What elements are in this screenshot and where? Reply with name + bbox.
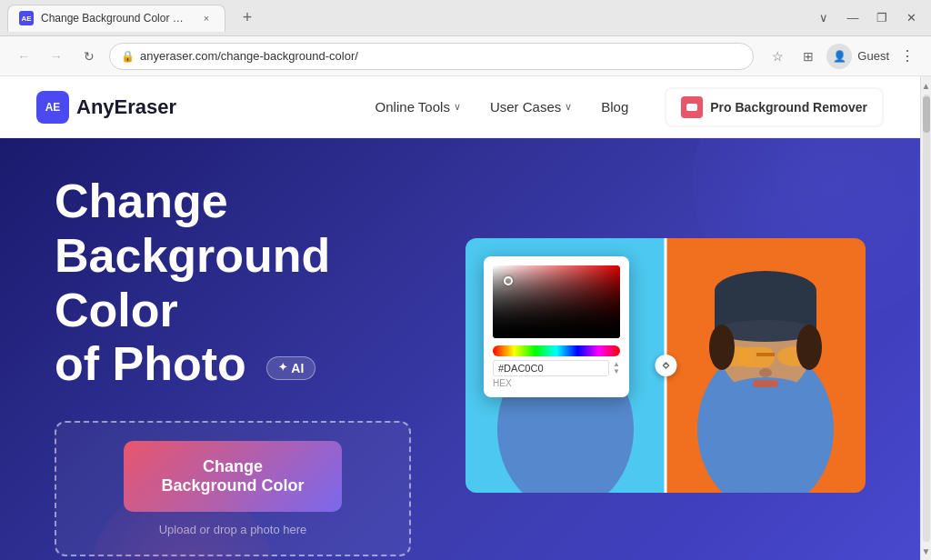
svg-point-34: [759, 368, 772, 377]
color-gradient-picker[interactable]: [493, 265, 620, 338]
pro-button-label: Pro Background Remover: [710, 100, 867, 115]
tab-close-btn[interactable]: ×: [199, 11, 214, 25]
pro-icon-shape: [686, 104, 697, 111]
gradient-hue-layer: [493, 265, 620, 338]
color-picker-panel[interactable]: ▲ ▼ HEX: [484, 256, 629, 397]
nav-user-cases[interactable]: User Cases ∨: [490, 99, 572, 115]
browser-frame: AE Change Background Color Onlin × + ∨ —…: [0, 0, 931, 560]
maximize-button[interactable]: ❐: [869, 5, 895, 31]
upload-btn-line1: Change: [160, 457, 305, 476]
extensions-icon[interactable]: ⊞: [796, 44, 821, 69]
url-bar[interactable]: 🔒 anyeraser.com/change-background-color/: [109, 43, 754, 70]
hero-section: Change Background Color of Photo ✦ AI Ch…: [0, 138, 920, 560]
tab-title: Change Background Color Onlin: [41, 12, 192, 25]
lock-icon: 🔒: [121, 50, 135, 63]
address-actions: ☆ ⊞ 👤 Guest ⋮: [765, 44, 920, 69]
person-svg-right: [666, 238, 866, 493]
hero-title: Change Background Color of Photo ✦ AI: [55, 175, 411, 392]
hex-down-arrow[interactable]: ▼: [613, 368, 620, 375]
logo-text: AnyEraser: [76, 95, 176, 119]
handle-icon: [659, 359, 672, 372]
hex-arrows[interactable]: ▲ ▼: [613, 361, 620, 375]
user-cases-label: User Cases: [490, 99, 561, 115]
hex-input-row: ▲ ▼: [493, 360, 620, 376]
svg-rect-18: [529, 397, 602, 425]
forward-button[interactable]: →: [44, 44, 69, 69]
back-button[interactable]: ←: [11, 44, 36, 69]
ai-badge-icon: ✦: [278, 362, 287, 375]
hex-label: HEX: [493, 378, 620, 388]
page-content: AE AnyEraser Online Tools ∨ User Cases ∨…: [0, 76, 920, 560]
logo-icon: AE: [36, 91, 69, 124]
site-navbar: AE AnyEraser Online Tools ∨ User Cases ∨…: [0, 76, 920, 138]
scroll-thumb[interactable]: [923, 96, 930, 133]
gradient-dark-layer: [493, 265, 620, 338]
svg-point-24: [715, 271, 816, 311]
new-tab-button[interactable]: +: [235, 5, 260, 31]
minimize-button[interactable]: —: [840, 5, 866, 31]
page-scrollbar[interactable]: ▲ ▼: [920, 76, 931, 560]
online-tools-chevron: ∨: [454, 101, 461, 113]
content-area: AE AnyEraser Online Tools ∨ User Cases ∨…: [0, 76, 931, 560]
pro-icon: [681, 96, 703, 118]
profile-area[interactable]: 👤 Guest: [826, 44, 889, 69]
logo-area[interactable]: AE AnyEraser: [36, 91, 176, 124]
demo-image-container: ▲ ▼ HEX: [466, 238, 866, 493]
hero-title-line2: Background Color: [55, 229, 330, 336]
scroll-track[interactable]: [923, 95, 930, 542]
ai-badge: ✦ AI: [266, 356, 315, 380]
guest-label: Guest: [857, 49, 889, 63]
address-bar: ← → ↻ 🔒 anyeraser.com/change-background-…: [0, 36, 931, 76]
close-button[interactable]: ✕: [898, 5, 924, 31]
nav-blog[interactable]: Blog: [601, 99, 628, 115]
user-cases-chevron: ∨: [565, 101, 572, 113]
svg-rect-35: [753, 380, 778, 387]
profile-button[interactable]: 👤: [826, 44, 852, 69]
online-tools-label: Online Tools: [375, 99, 450, 115]
demo-split-divider: [665, 238, 667, 493]
hex-input-field[interactable]: [493, 360, 609, 376]
hero-title-line1: Change: [55, 175, 228, 227]
title-bar: AE Change Background Color Onlin × + ∨ —…: [0, 0, 931, 36]
blog-label: Blog: [601, 99, 628, 115]
hero-right: ▲ ▼ HEX: [466, 238, 866, 493]
active-tab[interactable]: AE Change Background Color Onlin ×: [7, 5, 225, 32]
svg-rect-33: [729, 397, 802, 425]
tab-favicon: AE: [19, 11, 34, 25]
more-menu-button[interactable]: ⋮: [895, 44, 920, 69]
hue-slider[interactable]: [493, 345, 620, 356]
scroll-up-arrow[interactable]: ▲: [921, 78, 932, 93]
hero-title-line3: of Photo: [55, 337, 246, 390]
nav-online-tools[interactable]: Online Tools ∨: [375, 99, 461, 115]
demo-handle[interactable]: [655, 355, 676, 376]
svg-point-31: [796, 325, 822, 370]
pro-background-remover-button[interactable]: Pro Background Remover: [665, 87, 884, 127]
scroll-down-arrow[interactable]: ▼: [921, 544, 932, 558]
share-icon[interactable]: ☆: [765, 44, 790, 69]
ai-badge-text: AI: [291, 361, 304, 375]
nav-links: Online Tools ∨ User Cases ∨ Blog: [375, 87, 884, 127]
url-text: anyeraser.com/change-background-color/: [140, 49, 742, 63]
refresh-button[interactable]: ↻: [76, 44, 102, 69]
demo-right-bg: [666, 238, 866, 493]
color-picker-circle[interactable]: [504, 276, 513, 285]
svg-point-30: [709, 325, 735, 370]
svg-rect-27: [756, 353, 775, 356]
chevron-down-icon[interactable]: ∨: [811, 5, 836, 31]
window-actions: ∨ — ❐ ✕: [811, 5, 924, 31]
